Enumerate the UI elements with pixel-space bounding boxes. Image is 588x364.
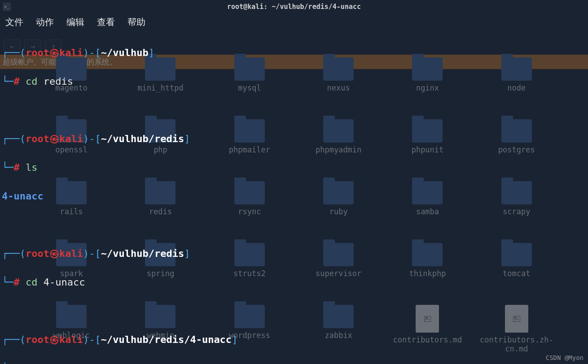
terminal-output[interactable]: ┌──(root㉿kali)-[~/vulhub] └─# cd redis ┌… <box>2 31 586 364</box>
menu-bar: 文件 动作 编辑 查看 帮助 <box>0 13 588 30</box>
command-line: └─# ls <box>2 361 586 364</box>
command-line: └─# ls <box>2 160 586 175</box>
watermark: CSDN @Myon⁣ <box>546 354 584 361</box>
window-title: root@kali: ~/vulhub/redis/4-unacc <box>227 3 361 11</box>
menu-action[interactable]: 动作 <box>36 16 54 28</box>
prompt-line: ┌──(root㉿kali)-[~/vulhub/redis] <box>2 132 586 146</box>
ls-output: 4-unacc <box>2 189 586 204</box>
prompt-line: ┌──(root㉿kali)-[~/vulhub] <box>2 46 586 60</box>
menu-view[interactable]: 查看 <box>97 16 115 28</box>
terminal-icon: >_ <box>3 3 11 11</box>
command-line: └─# cd 4-unacc <box>2 275 586 290</box>
prompt-line: ┌──(root㉿kali)-[~/vulhub/redis/4-unacc] <box>2 333 586 347</box>
menu-edit[interactable]: 编辑 <box>66 16 84 28</box>
command-line: └─# cd redis <box>2 74 586 89</box>
menu-file[interactable]: 文件 <box>5 16 23 28</box>
title-bar: >_ root@kali: ~/vulhub/redis/4-unacc <box>0 0 588 13</box>
prompt-line: ┌──(root㉿kali)-[~/vulhub/redis] <box>2 247 586 261</box>
menu-help[interactable]: 帮助 <box>127 16 145 28</box>
